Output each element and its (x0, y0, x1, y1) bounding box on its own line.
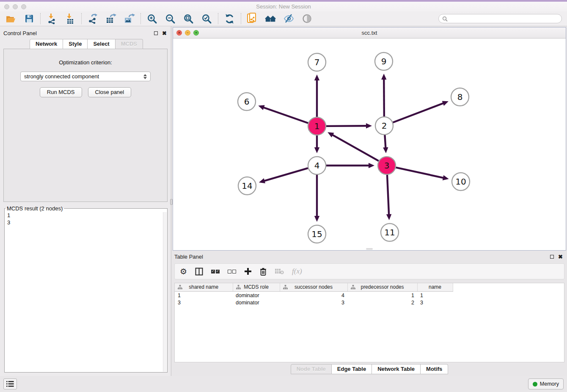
network-canvas[interactable]: 7968124314101511 (173, 39, 566, 250)
graph-node-6[interactable]: 6 (238, 93, 256, 110)
graph-edge-3-1[interactable] (332, 135, 379, 161)
open-session-button[interactable] (5, 13, 17, 25)
run-mcds-button[interactable]: Run MCDS (40, 87, 82, 97)
global-search-field[interactable] (438, 14, 562, 23)
graph-node-2[interactable]: 2 (375, 117, 393, 135)
namespace-icon (178, 285, 182, 291)
column-header-predecessor-nodes[interactable]: predecessor nodes (347, 283, 417, 291)
delete-column-button[interactable] (260, 266, 267, 276)
cell-shared-name[interactable]: 1 (175, 291, 233, 299)
apply-layout-button[interactable] (224, 13, 235, 25)
memory-button[interactable]: Memory (528, 378, 564, 389)
first-neighbors-button[interactable] (265, 13, 276, 25)
close-mcds-panel-button[interactable]: Close panel (88, 87, 132, 97)
export-network-button[interactable] (87, 13, 99, 25)
column-header-shared-name[interactable]: shared name (175, 283, 233, 291)
export-image-button[interactable] (124, 13, 135, 25)
network-close-button[interactable]: ✕ (176, 30, 182, 36)
clone-network-button[interactable] (247, 13, 258, 25)
column-header-successor-nodes[interactable]: successor nodes (280, 283, 347, 291)
panel-splitter[interactable] (170, 26, 173, 376)
table-settings-button[interactable]: ⚙ (180, 266, 187, 276)
network-window-titlebar[interactable]: ✕ − + scc.txt (173, 28, 566, 39)
float-panel-icon[interactable] (154, 31, 158, 35)
node-table[interactable]: shared name MCDS role successor nodes pr… (174, 283, 564, 362)
tab-style[interactable]: Style (63, 39, 88, 49)
table-row[interactable]: 1 dominator 4 1 1 (175, 291, 453, 299)
table-row[interactable]: 3 dominator 3 2 3 (175, 299, 453, 306)
export-table-button[interactable] (105, 13, 117, 25)
search-input[interactable] (449, 16, 558, 22)
cell-name[interactable]: 3 (417, 299, 453, 306)
graph-edge-4-14[interactable] (264, 168, 308, 181)
cell-successor-nodes[interactable]: 3 (280, 299, 347, 306)
graph-node-14[interactable]: 14 (238, 177, 256, 195)
graph-arrowhead (366, 123, 372, 128)
result-scrollbar[interactable] (163, 212, 167, 372)
select-all-columns-button[interactable] (211, 266, 220, 276)
cell-predecessor-nodes[interactable]: 2 (347, 299, 417, 306)
network-maximize-button[interactable]: + (193, 30, 199, 36)
cell-mcds-role[interactable]: dominator (233, 299, 280, 306)
tab-edge-table[interactable]: Edge Table (332, 364, 372, 374)
graph-edge-3-10[interactable] (396, 168, 443, 178)
column-header-name[interactable]: name (417, 283, 453, 291)
tab-network-table[interactable]: Network Table (372, 364, 421, 374)
column-header-mcds-role[interactable]: MCDS role (233, 283, 280, 291)
svg-text:6: 6 (244, 97, 250, 107)
zoom-out-button[interactable] (165, 13, 176, 25)
network-resize-handle[interactable] (366, 248, 373, 250)
control-panel: Control Panel ✖ Network Style Select MCD… (0, 26, 170, 376)
import-network-button[interactable] (46, 13, 58, 25)
unselect-all-columns-button[interactable] (228, 266, 236, 276)
graph-node-10[interactable]: 10 (452, 173, 470, 190)
tab-node-table[interactable]: Node Table (291, 364, 332, 374)
graph-edge-1-6[interactable] (263, 108, 308, 123)
close-panel-icon[interactable]: ✖ (162, 30, 167, 36)
add-column-button[interactable] (244, 266, 252, 276)
cell-mcds-role[interactable]: dominator (233, 291, 280, 299)
export-image-icon (124, 13, 135, 24)
graph-edge-2-8[interactable] (393, 103, 444, 123)
graph-edge-1-2[interactable] (326, 126, 367, 126)
mcds-panel-body: Optimization criterion: strongly connect… (3, 49, 168, 202)
graph-node-3[interactable]: 3 (378, 157, 396, 174)
import-table-button[interactable] (64, 13, 76, 25)
criterion-select[interactable]: strongly connected component (20, 72, 151, 81)
float-table-panel-icon[interactable] (550, 255, 554, 259)
zoom-fit-button[interactable] (183, 13, 194, 25)
graph-node-4[interactable]: 4 (308, 157, 326, 174)
task-history-button[interactable] (3, 378, 17, 389)
tab-network[interactable]: Network (30, 39, 63, 49)
show-columns-button[interactable] (195, 266, 203, 276)
cell-shared-name[interactable]: 3 (175, 299, 233, 306)
graph-node-7[interactable]: 7 (308, 53, 326, 71)
tab-mcds[interactable]: MCDS (116, 39, 143, 49)
graph-node-1[interactable]: 1 (308, 117, 326, 135)
svg-text:1: 1 (314, 121, 320, 131)
graph-edge-2-3[interactable] (385, 135, 385, 148)
graph-node-11[interactable]: 11 (381, 224, 399, 241)
tab-motifs[interactable]: Motifs (421, 364, 448, 374)
graph-node-15[interactable]: 15 (308, 225, 326, 243)
select-stepper-icon (143, 74, 147, 79)
cell-name[interactable]: 1 (417, 291, 453, 299)
svg-text:2: 2 (382, 121, 387, 131)
network-minimize-button[interactable]: − (185, 30, 190, 36)
save-session-button[interactable] (23, 13, 35, 25)
cell-successor-nodes[interactable]: 4 (280, 291, 347, 299)
zoom-in-button[interactable] (146, 13, 158, 25)
svg-text:7: 7 (314, 57, 320, 67)
graph-node-9[interactable]: 9 (375, 52, 393, 70)
tab-select[interactable]: Select (88, 39, 115, 49)
graph-edge-2-9[interactable] (384, 79, 384, 116)
close-table-panel-icon[interactable]: ✖ (558, 254, 563, 259)
zoom-selected-button[interactable] (201, 13, 212, 25)
cell-predecessor-nodes[interactable]: 1 (347, 291, 417, 299)
zoom-fit-icon (183, 14, 194, 24)
hide-selected-button[interactable] (283, 13, 295, 25)
splitter-handle[interactable] (170, 199, 173, 205)
graph-edge-3-11[interactable] (387, 175, 389, 215)
graph-node-8[interactable]: 8 (451, 88, 469, 106)
show-graphics-details-button[interactable] (301, 13, 313, 25)
